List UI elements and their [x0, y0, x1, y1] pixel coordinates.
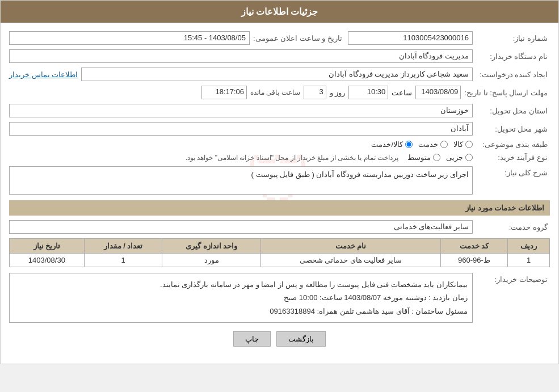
cell-name: سایر فعالیت های خدماتی شخصی — [261, 254, 441, 267]
process-motavasset[interactable] — [433, 154, 440, 161]
buyer-name-label: نام دستگاه خریدار: — [476, 52, 550, 61]
buyer-name-value: مدیریت فرودگاه آبادان — [9, 49, 473, 63]
province-value: خوزستان — [9, 104, 473, 117]
services-table: ردیف کد خدمت نام خدمت واحد اندازه گیری ت… — [9, 238, 550, 267]
response-remain-label: ساعت باقی مانده — [250, 88, 300, 96]
cell-row: 1 — [508, 254, 550, 267]
category-khedmat[interactable] — [440, 141, 448, 148]
response-remain: 18:17:06 — [201, 86, 247, 99]
category-kala-khedmat-label: کالا/خدمت — [371, 140, 403, 149]
response-date: 1403/08/09 — [415, 86, 461, 99]
back-button[interactable]: بازگشت — [276, 331, 326, 347]
process-jozi[interactable] — [465, 154, 473, 161]
category-options: کالا خدمت کالا/خدمت — [371, 140, 473, 149]
buyer-notes-line1: بیمانکاران باید مشخصات فنی فایل پیوست را… — [14, 278, 468, 291]
buyer-notes: بیمانکاران باید مشخصات فنی فایل پیوست را… — [9, 273, 473, 323]
print-button[interactable]: چاپ — [233, 331, 271, 347]
services-section-header: اطلاعات خدمات مورد نیاز — [9, 200, 550, 216]
city-label: شهر محل تحویل: — [476, 125, 550, 133]
process-jozi-label: جزیی — [446, 153, 463, 162]
cell-unit: مورد — [162, 254, 261, 267]
need-number-label: شماره نیاز: — [476, 34, 550, 43]
process-label: نوع فرآیند خرید: — [476, 153, 550, 162]
process-motavasset-label: متوسط — [407, 153, 431, 162]
service-group-value: سایر فعالیت‌های خدماتی — [9, 220, 473, 234]
category-khedmat-label: خدمت — [418, 140, 438, 149]
creator-value: سعید شجاعی کاربرداز مدیریت فرودگاه آبادا… — [81, 68, 473, 81]
date-value: 1403/08/05 - 15:45 — [9, 31, 250, 45]
province-label: استان محل تحویل: — [476, 107, 550, 115]
col-name: نام خدمت — [261, 239, 441, 254]
button-row: بازگشت چاپ — [9, 331, 550, 355]
need-number-value: 1103005423000016 — [348, 31, 473, 45]
category-label: طبقه بندی موضوعی: — [476, 140, 550, 149]
col-date: تاریخ نیاز — [10, 239, 85, 254]
col-unit: واحد اندازه گیری — [162, 239, 261, 254]
page-title: جزئیات اطلاعات نیاز — [1, 1, 558, 23]
response-time: 10:30 — [348, 86, 388, 99]
response-days-label: روز و — [330, 88, 346, 97]
date-label: تاریخ و ساعت اعلان عمومی: — [253, 34, 344, 43]
response-days: 3 — [304, 86, 326, 99]
cell-quantity: 1 — [84, 254, 162, 267]
category-kala-khedmat[interactable] — [405, 141, 413, 148]
response-label: مهلت ارسال پاسخ: تا تاریخ: — [464, 88, 550, 97]
description-label: شرح کلی نیاز: — [476, 166, 550, 177]
category-kala[interactable] — [465, 141, 473, 148]
buyer-notes-label: توصیحات خریدار: — [476, 273, 550, 284]
response-time-label: ساعت — [392, 88, 412, 97]
category-kala-label: کالا — [453, 140, 463, 149]
cell-code: ط-96-960 — [440, 254, 507, 267]
contact-link[interactable]: اطلاعات تماس خریدار — [9, 70, 78, 79]
buyer-notes-line2: زمان بازدید : دوشنبه مورخه 1403/08/07 سا… — [14, 291, 468, 304]
col-code: کد خدمت — [440, 239, 507, 254]
service-group-label: گروه خدمت: — [476, 223, 550, 231]
buyer-notes-line3: مسئول ساختمان : آقای سید هاشمی تلفن همرا… — [14, 305, 468, 318]
creator-label: ایجاد کننده درخواست: — [476, 70, 550, 79]
col-row: ردیف — [508, 239, 550, 254]
col-quantity: تعداد / مقدار — [84, 239, 162, 254]
description-value: اجرای زیر ساخت دوربین مداربسته فرودگاه آ… — [9, 166, 473, 195]
process-note: پرداخت تمام یا بخشی از مبلغ خریدار از مح… — [186, 154, 398, 162]
city-value: آبادان — [9, 122, 473, 136]
cell-date: 1403/08/30 — [10, 254, 85, 267]
table-row: 1 ط-96-960 سایر فعالیت های خدماتی شخصی م… — [10, 254, 550, 267]
